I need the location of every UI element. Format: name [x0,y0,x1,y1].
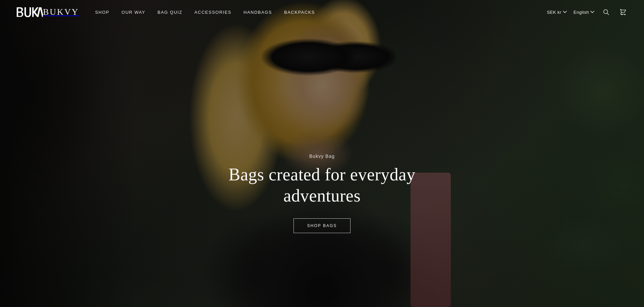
logo-text: BUKVY [43,7,79,17]
nav-handbags[interactable]: HANDBAGS [244,10,272,15]
hero-subtitle: Bukvy Bag [205,154,439,159]
shop-bags-button[interactable]: SHOP BAGS [293,218,351,233]
chevron-down-icon [563,11,567,13]
header-left: BUKVY SHOP OUR WAY BAG QUIZ ACCESSORIES … [16,5,315,19]
hero-title: Bags created for everyday adventures [205,164,439,206]
chevron-down-icon [590,11,594,13]
logo-link[interactable]: BUKVY [16,5,79,19]
nav-backpacks[interactable]: BACKPACKS [284,10,315,15]
nav-our-way[interactable]: OUR WAY [121,10,145,15]
nav-bag-quiz[interactable]: BAG QUIZ [157,10,182,15]
logo-svg [16,5,43,19]
cart-icon [619,8,627,16]
language-selector[interactable]: English [574,10,594,15]
main-nav: SHOP OUR WAY BAG QUIZ ACCESSORIES HANDBA… [95,10,315,15]
language-label: English [574,10,589,15]
search-icon [602,8,610,16]
site-header: BUKVY SHOP OUR WAY BAG QUIZ ACCESSORIES … [0,0,644,24]
svg-line-1 [607,13,609,15]
hero-section: BUKVY SHOP OUR WAY BAG QUIZ ACCESSORIES … [0,0,644,307]
nav-accessories[interactable]: ACCESSORIES [195,10,231,15]
currency-label: SEK kr [547,10,561,15]
svg-point-0 [604,10,608,14]
search-button[interactable] [601,7,611,17]
hero-content: Bukvy Bag Bags created for everyday adve… [205,154,439,233]
currency-selector[interactable]: SEK kr [547,10,567,15]
header-right: SEK kr English [547,7,628,17]
cart-button[interactable] [618,7,628,17]
nav-shop[interactable]: SHOP [95,10,109,15]
